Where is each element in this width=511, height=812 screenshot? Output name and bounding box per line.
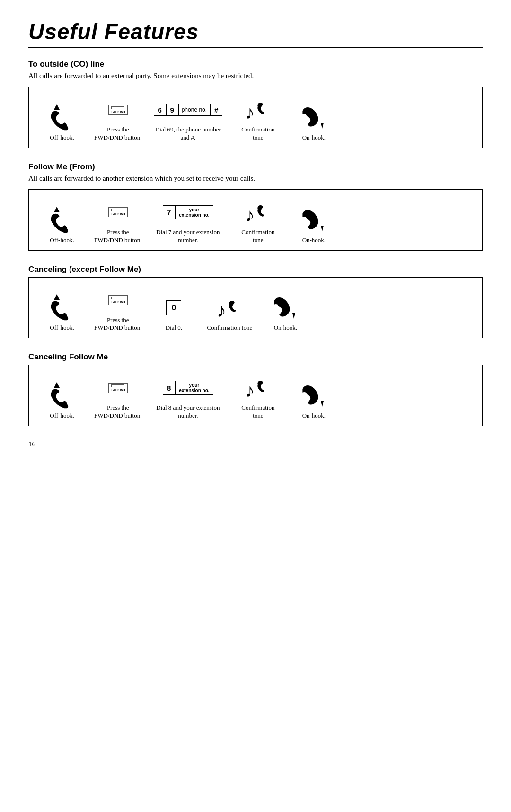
diagram-cancel-except: Off-hook. FWD/DND Press the FWD/DND butt…	[28, 277, 483, 339]
step-onhook-3-label: On-hook.	[274, 324, 297, 332]
step-fwd-2-label: Press the FWD/DND button.	[94, 228, 141, 244]
step-dial8ext: 8 your extension no. Dial 8 and your ext…	[150, 374, 226, 420]
step-onhook-1-label: On-hook.	[302, 134, 326, 142]
phone-onhook-icon-2	[300, 206, 327, 235]
key-9: 9	[166, 104, 178, 116]
dial-7-ext-icon: 7 your extension no.	[163, 198, 213, 227]
step-conftone-3-label: Confirmation tone	[207, 324, 253, 332]
step-dial8ext-label: Dial 8 and your extension number.	[156, 404, 220, 420]
svg-marker-6	[54, 294, 60, 300]
fwd-dnd-icon-2: FWD/DND	[108, 198, 128, 227]
diagram-cancel-except-row: Off-hook. FWD/DND Press the FWD/DND butt…	[38, 286, 473, 332]
svg-marker-0	[54, 104, 60, 110]
dial-69-icon: 6 9 phone no. #	[154, 96, 222, 124]
section-follow-me-desc: All calls are forwarded to another exten…	[28, 175, 483, 183]
step-conftone-1-label: Confirmation tone	[241, 126, 274, 142]
conf-tone-icon-1: ♪	[243, 96, 273, 124]
svg-marker-8	[292, 313, 295, 319]
phone-onhook-icon-4	[300, 382, 327, 410]
step-offhook-3-label: Off-hook.	[50, 324, 74, 332]
step-conftone-2: ♪ Confirmation tone	[234, 198, 282, 244]
key-0: 0	[166, 300, 181, 315]
step-fwd-1: FWD/DND Press the FWD/DND button.	[94, 96, 141, 142]
section-co-line-heading: To outside (CO) line	[28, 60, 483, 69]
phone-onhook-icon-1	[300, 104, 327, 132]
fwd-dnd-icon-4: FWD/DND	[108, 374, 128, 402]
diagram-co-line-row: Off-hook. FWD/DND Press the FWD/DND butt…	[38, 96, 473, 142]
step-conftone-4-label: Confirmation tone	[241, 404, 274, 420]
step-fwd-2: FWD/DND Press the FWD/DND button.	[94, 198, 141, 244]
step-fwd-3: FWD/DND Press the FWD/DND button.	[94, 286, 141, 332]
step-dial69-1: 6 9 phone no. # Dial 69, the phone numbe…	[150, 96, 226, 142]
key-8: 8	[163, 381, 175, 395]
key-7: 7	[163, 205, 175, 219]
step-onhook-2: On-hook.	[290, 206, 337, 244]
key-hash: #	[210, 104, 222, 116]
dial-0-icon: 0	[166, 294, 181, 322]
section-follow-me-heading: Follow Me (From)	[28, 162, 483, 172]
diagram-follow-me: Off-hook. FWD/DND Press the FWD/DND butt…	[28, 189, 483, 251]
fwd-dnd-icon-1: FWD/DND	[108, 96, 128, 124]
section-cancel-follow-me-heading: Canceling Follow Me	[28, 352, 483, 362]
phone-offhook-icon-4	[47, 382, 77, 410]
section-cancel-follow-me: Canceling Follow Me Off-hook. FWD/DN	[28, 352, 483, 426]
step-dial0: 0 Dial 0.	[150, 294, 197, 332]
step-conftone-1: ♪ Confirmation tone	[234, 96, 282, 142]
diagram-co-line: Off-hook. FWD/DND Press the FWD/DND butt…	[28, 87, 483, 148]
phone-offhook-icon-3	[47, 294, 77, 322]
page-title: Useful Features	[28, 19, 483, 44]
step-dial69-label: Dial 69, the phone number and #.	[155, 126, 221, 142]
step-dial7ext-label: Dial 7 and your extension number.	[156, 228, 220, 244]
diagram-cancel-follow-me: Off-hook. FWD/DND Press the FWD/DND butt…	[28, 365, 483, 426]
step-offhook-4: Off-hook.	[38, 382, 86, 420]
diagram-cancel-follow-me-row: Off-hook. FWD/DND Press the FWD/DND butt…	[38, 374, 473, 420]
section-cancel-except-heading: Canceling (except Follow Me)	[28, 265, 483, 274]
step-onhook-4-label: On-hook.	[302, 412, 326, 420]
svg-text:♪: ♪	[245, 102, 255, 123]
section-co-line: To outside (CO) line All calls are forwa…	[28, 60, 483, 148]
page-number: 16	[28, 440, 483, 448]
svg-text:♪: ♪	[217, 300, 226, 321]
phone-offhook-icon-1	[47, 104, 77, 132]
fwd-dnd-icon-3: FWD/DND	[108, 286, 128, 314]
step-fwd-4: FWD/DND Press the FWD/DND button.	[94, 374, 141, 420]
dial-8-ext-icon: 8 your extension no.	[163, 374, 213, 402]
svg-marker-9	[54, 382, 60, 388]
svg-marker-3	[54, 207, 60, 212]
svg-marker-11	[321, 401, 324, 407]
ext-box-7: your extension no.	[175, 205, 213, 219]
key-6: 6	[154, 104, 166, 116]
svg-marker-2	[321, 123, 324, 129]
step-onhook-2-label: On-hook.	[302, 236, 326, 244]
title-rule	[28, 47, 483, 49]
step-offhook-2-label: Off-hook.	[50, 236, 74, 244]
step-offhook-3: Off-hook.	[38, 294, 86, 332]
svg-text:♪: ♪	[245, 204, 255, 226]
conf-tone-icon-3: ♪	[215, 294, 244, 322]
step-onhook-1: On-hook.	[290, 104, 337, 142]
diagram-follow-me-row: Off-hook. FWD/DND Press the FWD/DND butt…	[38, 198, 473, 244]
svg-text:♪: ♪	[245, 380, 255, 401]
step-dial0-label: Dial 0.	[166, 324, 182, 332]
step-onhook-3: On-hook.	[262, 294, 309, 332]
conf-tone-icon-2: ♪	[243, 198, 273, 227]
conf-tone-icon-4: ♪	[243, 374, 273, 402]
step-dial7ext: 7 your extension no. Dial 7 and your ext…	[150, 198, 226, 244]
section-cancel-except: Canceling (except Follow Me) Off-hook.	[28, 265, 483, 339]
step-fwd-1-label: Press the FWD/DND button.	[94, 126, 141, 142]
step-offhook-2: Off-hook.	[38, 206, 86, 244]
step-offhook-4-label: Off-hook.	[50, 412, 74, 420]
section-follow-me-from: Follow Me (From) All calls are forwarded…	[28, 162, 483, 251]
ext-box-8: your extension no.	[175, 381, 213, 395]
key-phone-no: phone no.	[178, 104, 210, 116]
step-fwd-4-label: Press the FWD/DND button.	[94, 404, 141, 420]
step-conftone-3: ♪ Confirmation tone	[206, 294, 253, 332]
step-onhook-4: On-hook.	[290, 382, 337, 420]
svg-marker-5	[321, 226, 324, 231]
step-conftone-4: ♪ Confirmation tone	[234, 374, 282, 420]
phone-offhook-icon-2	[47, 206, 77, 235]
phone-onhook-icon-3	[272, 294, 299, 322]
step-offhook-1-label: Off-hook.	[50, 134, 74, 142]
step-offhook-1: Off-hook.	[38, 104, 86, 142]
section-co-line-desc: All calls are forwarded to an external p…	[28, 72, 483, 80]
